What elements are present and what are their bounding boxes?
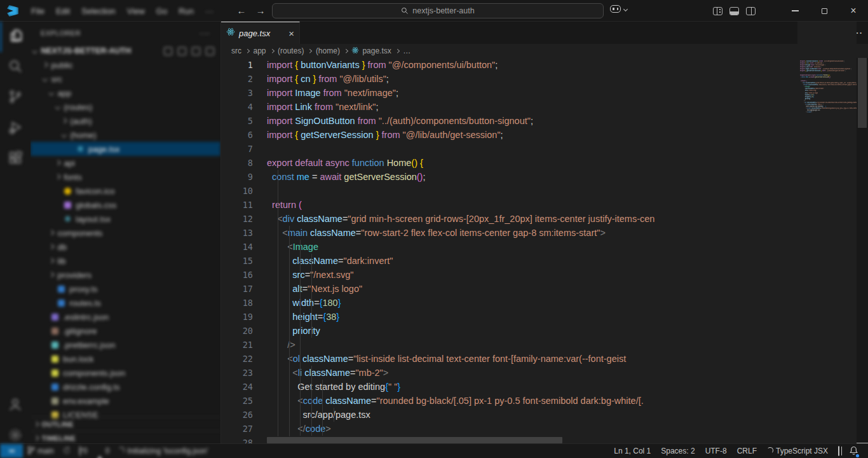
new-folder-icon[interactable] — [178, 47, 186, 55]
tree-item-auth[interactable]: (auth) — [31, 114, 220, 128]
tree-item-bun.lock[interactable]: bun.lock — [31, 352, 220, 366]
activity-explorer[interactable] — [0, 22, 31, 52]
code-line-14[interactable]: 14 <Image — [221, 240, 797, 254]
code-line-4[interactable]: 4import Link from "next/link"; — [221, 100, 797, 114]
toggle-panel-icon[interactable] — [729, 7, 739, 15]
tree-item-api[interactable]: api — [31, 156, 220, 170]
line-number[interactable]: 1 — [221, 58, 253, 72]
command-center[interactable]: nextjs-better-auth — [272, 3, 604, 18]
tree-item-db[interactable]: db — [31, 240, 220, 254]
tree-item-routes.ts[interactable]: routes.ts — [31, 296, 220, 310]
code-line-22[interactable]: 22 <ol className="list-inside list-decim… — [221, 352, 797, 366]
code-line-3[interactable]: 3import Image from "next/image"; — [221, 86, 797, 100]
line-number[interactable]: 2 — [221, 72, 253, 86]
status-utf-8[interactable]: UTF-8 — [700, 444, 732, 458]
code-editor[interactable]: 1import { buttonVariants } from "@/compo… — [221, 58, 797, 443]
code-line-27[interactable]: 27 </code> — [221, 422, 797, 436]
code-line-5[interactable]: 5import SignOutButton from "../(auth)/co… — [221, 114, 797, 128]
code-line-26[interactable]: 26 src/app/page.tsx — [221, 408, 797, 422]
status-spaces-2[interactable]: Spaces: 2 — [656, 444, 700, 458]
breadcrumb-src[interactable]: src — [231, 46, 241, 55]
tree-item-layout.tsx[interactable]: layout.tsx — [31, 212, 220, 226]
code-line-21[interactable]: 21 /> — [221, 338, 797, 352]
tab-page-tsx[interactable]: page.tsx × — [221, 22, 300, 44]
history-forward-icon[interactable]: → — [253, 4, 268, 18]
remote-indicator[interactable]: >< — [0, 444, 23, 458]
breadcrumb-app[interactable]: app — [254, 46, 266, 55]
tree-item-proxy.ts[interactable]: proxy.ts — [31, 282, 220, 296]
tree-item-app[interactable]: app — [31, 86, 220, 100]
project-root-row[interactable]: NEXTJS-BETTER-AUTH — [31, 44, 220, 58]
menu-selection[interactable]: Selection — [76, 4, 121, 18]
line-number[interactable]: 21 — [221, 338, 253, 352]
code-line-25[interactable]: 25 <code className="rounded bg-black/[.0… — [221, 394, 797, 408]
status-main[interactable]: main — [23, 444, 58, 458]
code-line-24[interactable]: 24 Get started by editing{" "} — [221, 380, 797, 394]
timeline-section[interactable]: TIMELINE — [31, 431, 220, 443]
code-line-11[interactable]: 11 return ( — [221, 198, 797, 212]
tree-item-env.example[interactable]: env.example — [31, 394, 220, 408]
code-line-18[interactable]: 18 width={180} — [221, 296, 797, 310]
toggle-secondary-sidebar-icon[interactable] — [746, 7, 756, 15]
menu-file[interactable]: File — [25, 4, 50, 18]
tree-item-fonts[interactable]: fonts — [31, 170, 220, 184]
menu-view[interactable]: View — [121, 4, 151, 18]
breadcrumb-home[interactable]: (home) — [316, 46, 340, 55]
status-0[interactable]: 0 — [92, 444, 114, 458]
tree-item-globals.css[interactable]: globals.css — [31, 198, 220, 212]
customize-layout-icon[interactable] — [713, 7, 722, 15]
restore-button[interactable] — [810, 0, 839, 22]
code-line-17[interactable]: 17 alt="Next.js logo" — [221, 282, 797, 296]
tree-item-lib[interactable]: lib — [31, 254, 220, 268]
horizontal-scrollbar[interactable] — [267, 437, 562, 443]
status-initializing-tsconfig-json-[interactable]: Initializing 'tsconfig.json' — [114, 444, 212, 458]
code-line-1[interactable]: 1import { buttonVariants } from "@/compo… — [221, 58, 797, 72]
activity-run-debug[interactable] — [0, 113, 31, 144]
code-line-19[interactable]: 19 height={38} — [221, 310, 797, 324]
code-line-12[interactable]: 12 <div className="grid min-h-screen gri… — [221, 212, 797, 226]
code-line-13[interactable]: 13 <main className="row-start-2 flex fle… — [221, 226, 797, 240]
code-line-7[interactable]: 7 — [221, 142, 797, 156]
activity-source-control[interactable] — [0, 83, 31, 113]
tree-item-.gitignore[interactable]: .gitignore — [31, 324, 220, 338]
refresh-explorer-icon[interactable] — [192, 47, 200, 55]
tree-item-home[interactable]: (home) — [31, 128, 220, 142]
activity-extensions[interactable] — [0, 144, 31, 174]
line-number[interactable]: 4 — [221, 100, 253, 114]
menu-go[interactable]: Go — [151, 4, 173, 18]
line-number[interactable]: 16 — [221, 268, 253, 282]
tree-item-providers[interactable]: providers — [31, 268, 220, 282]
menu-run[interactable]: Run — [173, 4, 200, 18]
breadcrumb-page.tsx[interactable]: page.tsx — [351, 46, 391, 56]
tree-item-components[interactable]: components — [31, 226, 220, 240]
line-number[interactable]: 28 — [221, 436, 253, 443]
line-number[interactable]: 3 — [221, 86, 253, 100]
minimap[interactable]: import { buttonVariants } from "@/compon… — [797, 22, 857, 443]
code-line-23[interactable]: 23 <li className="mb-2"> — [221, 366, 797, 380]
line-number[interactable]: 18 — [221, 296, 253, 310]
vertical-scrollbar[interactable] — [857, 22, 868, 443]
tree-item-drizzle.config.ts[interactable]: drizzle.config.ts — [31, 380, 220, 394]
tree-item-public[interactable]: public — [31, 58, 220, 72]
minimize-button[interactable] — [780, 0, 810, 22]
line-number[interactable]: 23 — [221, 366, 253, 380]
line-number[interactable]: 27 — [221, 422, 253, 436]
activity-search[interactable] — [0, 52, 31, 83]
status-crlf[interactable]: CRLF — [732, 444, 762, 458]
code-line-10[interactable]: 10 — [221, 184, 797, 198]
tree-item-components.json[interactable]: components.json — [31, 366, 220, 380]
status-sync-icon[interactable] — [58, 444, 75, 458]
line-number[interactable]: 15 — [221, 254, 253, 268]
code-line-16[interactable]: 16 src="/next.svg" — [221, 268, 797, 282]
status-typescript-jsx[interactable]: TypeScript JSX — [762, 444, 833, 458]
status-ln-1-col-1[interactable]: Ln 1, Col 1 — [609, 444, 656, 458]
status-bell-icon[interactable] — [844, 444, 863, 458]
line-number[interactable]: 19 — [221, 310, 253, 324]
code-line-15[interactable]: 15 className="dark:invert" — [221, 254, 797, 268]
collapse-folders-icon[interactable] — [206, 47, 214, 55]
status-0[interactable]: 0 — [75, 444, 92, 458]
scrollbar-slider[interactable] — [858, 58, 867, 128]
menu-[interactable]: ··· — [200, 4, 219, 18]
views-more-actions-icon[interactable]: ··· — [200, 28, 210, 38]
copilot-button[interactable] — [610, 5, 627, 13]
